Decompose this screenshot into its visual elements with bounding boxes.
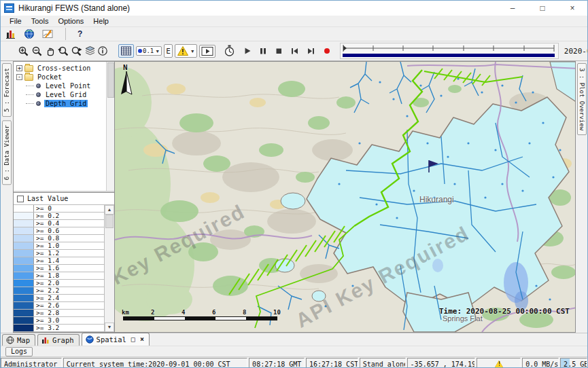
map-view[interactable]: N API Key Required API Key Required Hiku…: [115, 61, 576, 333]
logs-row: Logs: [1, 346, 587, 356]
zoom-previous-button[interactable]: [56, 45, 70, 58]
scale-tick-label: 8: [243, 309, 246, 316]
tab-spatial[interactable]: Spatial □ ×: [82, 333, 150, 346]
side-tab-5-forecast[interactable]: 5 : Forecast: [2, 63, 12, 117]
zoom-previous-icon: [57, 45, 69, 57]
graphs-button[interactable]: [5, 28, 17, 40]
legend-color-swatch: [14, 257, 34, 264]
map-display-button[interactable]: [23, 28, 35, 40]
scroll-down-icon[interactable]: ▼: [105, 323, 114, 332]
info-icon: [97, 45, 108, 56]
legend-value-label: >= 2.2: [34, 287, 104, 294]
main-toolbar: ?: [1, 27, 587, 41]
map-time-label: Time: 2020-08-25 00:00:00 CST: [439, 307, 570, 316]
tree-scroll-thumb[interactable]: [107, 62, 114, 98]
close-button[interactable]: ×: [557, 1, 587, 16]
legend-row[interactable]: >= 3.2: [14, 325, 104, 332]
scroll-up-icon[interactable]: ▲: [105, 205, 114, 215]
timeline-track: [341, 43, 558, 58]
chevron-down-icon: ▼: [155, 49, 160, 54]
tree-view: +Cross-section-PocketLevel PointLevel Gr…: [14, 62, 114, 192]
status-user: Administrator: [1, 358, 62, 368]
layers-button[interactable]: [84, 45, 97, 58]
zoom-in-button[interactable]: [17, 45, 31, 58]
zoom-next-button[interactable]: [70, 45, 84, 58]
side-tab-3-plot-overview[interactable]: 3 : Plot Overview: [577, 63, 587, 135]
menu-help[interactable]: Help: [88, 16, 114, 26]
legend-color-swatch: [14, 250, 34, 257]
stop-button[interactable]: [274, 46, 283, 56]
record-button[interactable]: [322, 46, 332, 56]
warnings-dropdown[interactable]: ▼: [175, 44, 197, 58]
legend-value-label: >= 2.0: [34, 280, 104, 287]
legend-value-label: >= 1.4: [34, 257, 104, 264]
warning-triangle-icon: [495, 361, 503, 367]
tree-expander-icon[interactable]: -: [16, 74, 22, 80]
scale-tick-label: 10: [273, 309, 281, 316]
interval-value: 0.1: [143, 48, 154, 54]
status-text: -35.657 , 174.199: [411, 361, 476, 368]
menu-tools[interactable]: Tools: [27, 16, 54, 26]
grid-icon: [120, 45, 132, 56]
interval-dropdown[interactable]: 0.1 ▼: [136, 46, 162, 56]
legend-value-label: >= 1.0: [34, 242, 104, 249]
status-mode: Stand alone: [360, 358, 406, 368]
last-value-checkbox[interactable]: [17, 196, 24, 202]
maximize-button[interactable]: □: [528, 1, 557, 16]
scale-tick-label: 6: [212, 309, 215, 316]
tree-item-pocket[interactable]: -Pocket: [14, 73, 114, 81]
bullet-icon: [36, 92, 41, 97]
scale-tick-label: 4: [181, 309, 185, 316]
menu-options[interactable]: Options: [53, 16, 88, 26]
help-button[interactable]: ?: [77, 29, 83, 39]
tree-scrollbar[interactable]: [106, 62, 114, 191]
info-button[interactable]: [97, 45, 109, 57]
grid-display-button[interactable]: [118, 44, 134, 58]
timeline-slider[interactable]: [340, 43, 559, 59]
bullet-icon: [36, 101, 41, 106]
minimize-button[interactable]: –: [498, 1, 528, 16]
bar-chart-icon: [5, 29, 16, 39]
pause-button[interactable]: [258, 46, 268, 56]
status-text: 08:27:18 GMT: [252, 361, 301, 368]
menu-file[interactable]: File: [5, 16, 27, 26]
tab-maximize-icon[interactable]: □: [131, 336, 135, 343]
play-button[interactable]: [243, 46, 252, 56]
side-tabs-left: 5 : Forecast6 : Data Viewer: [1, 61, 13, 333]
legend-value-label: >= 1.8: [34, 272, 104, 279]
folder-icon: [24, 74, 33, 81]
tree-item-cross-section[interactable]: +Cross-section: [14, 64, 114, 73]
scale-segment: [246, 317, 277, 320]
previous-frame-button[interactable]: [290, 46, 300, 56]
logs-button[interactable]: Logs: [5, 347, 33, 356]
legend-value-label: >= 3.2: [34, 325, 104, 331]
legend-value-label: >= 2.6: [34, 302, 104, 309]
legend-panel: Last Value >= 0>= 0.2>= 0.4>= 0.6>= 0.8>…: [14, 192, 114, 332]
tree-item-level-point[interactable]: Level Point: [14, 81, 114, 90]
main-area: 5 : Forecast6 : Data Viewer +Cross-secti…: [1, 61, 587, 333]
zoom-out-button[interactable]: [31, 45, 44, 58]
tree-expander-icon[interactable]: +: [16, 65, 22, 71]
side-tab-6-data-viewer[interactable]: 6 : Data Viewer: [2, 120, 12, 185]
timer-button[interactable]: [223, 44, 236, 58]
pan-button[interactable]: [44, 45, 56, 58]
animation-button[interactable]: [199, 45, 215, 58]
tab-close-icon[interactable]: ×: [140, 336, 144, 343]
legend-scroll-thumb[interactable]: [105, 215, 114, 228]
next-frame-button[interactable]: [306, 46, 316, 56]
tab-map[interactable]: Map: [2, 334, 35, 346]
legend-value-label: >= 0.8: [34, 235, 104, 242]
scale-ruler-button[interactable]: E: [164, 44, 173, 58]
tree-item-level-grid[interactable]: Level Grid: [14, 90, 114, 99]
sphere-icon: [86, 335, 94, 344]
status-text: Administrator: [4, 361, 57, 368]
spatial-display-button[interactable]: [41, 28, 54, 40]
legend-color-swatch: [14, 235, 34, 242]
tree-item-depth-grid[interactable]: Depth Grid: [14, 99, 114, 108]
tab-graph[interactable]: Graph: [37, 334, 80, 346]
legend-scrollbar[interactable]: ▲ ▼: [104, 205, 114, 332]
legend-color-swatch: [14, 205, 34, 212]
zoom-in-icon: [18, 45, 30, 57]
spatial-chart-icon: [42, 29, 54, 39]
legend-scroll-track[interactable]: [105, 215, 114, 323]
